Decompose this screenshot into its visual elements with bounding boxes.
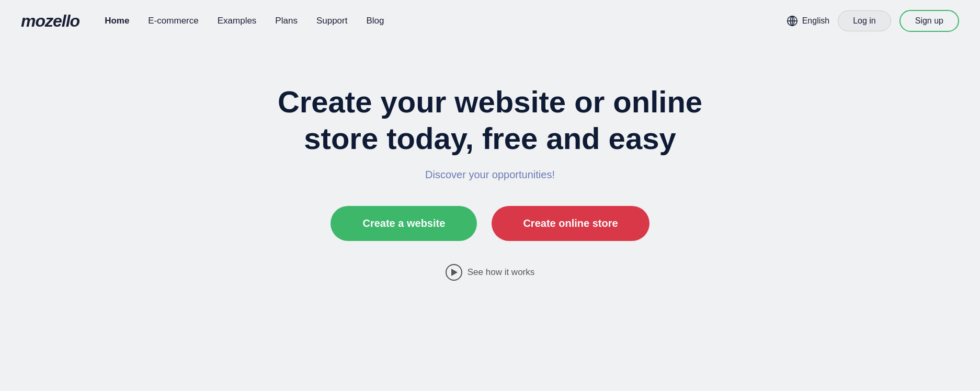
login-button[interactable]: Log in (838, 10, 891, 31)
globe-icon (787, 15, 798, 27)
nav-blog[interactable]: Blog (366, 16, 384, 26)
hero-title: Create your website or online store toda… (255, 84, 725, 156)
hero-section: Create your website or online store toda… (0, 42, 980, 312)
create-website-button[interactable]: Create a website (331, 206, 477, 241)
language-selector[interactable]: English (787, 15, 829, 27)
nav-plans[interactable]: Plans (275, 16, 298, 26)
signup-button[interactable]: Sign up (899, 10, 959, 32)
nav-right: English Log in Sign up (787, 10, 959, 32)
play-icon (446, 264, 462, 281)
logo[interactable]: mozello (21, 12, 79, 31)
nav-ecommerce[interactable]: E-commerce (148, 16, 198, 26)
hero-buttons: Create a website Create online store (331, 206, 649, 241)
nav-links: Home E-commerce Examples Plans Support B… (105, 16, 787, 26)
navbar: mozello Home E-commerce Examples Plans S… (0, 0, 980, 42)
hero-subtitle: Discover your opportunities! (425, 169, 555, 181)
create-store-button[interactable]: Create online store (492, 206, 649, 241)
see-how-label: See how it works (468, 267, 535, 278)
nav-examples[interactable]: Examples (218, 16, 257, 26)
nav-home[interactable]: Home (105, 16, 129, 26)
play-triangle (451, 269, 458, 276)
language-label: English (802, 16, 829, 26)
see-how-link[interactable]: See how it works (446, 264, 535, 281)
nav-support[interactable]: Support (316, 16, 348, 26)
